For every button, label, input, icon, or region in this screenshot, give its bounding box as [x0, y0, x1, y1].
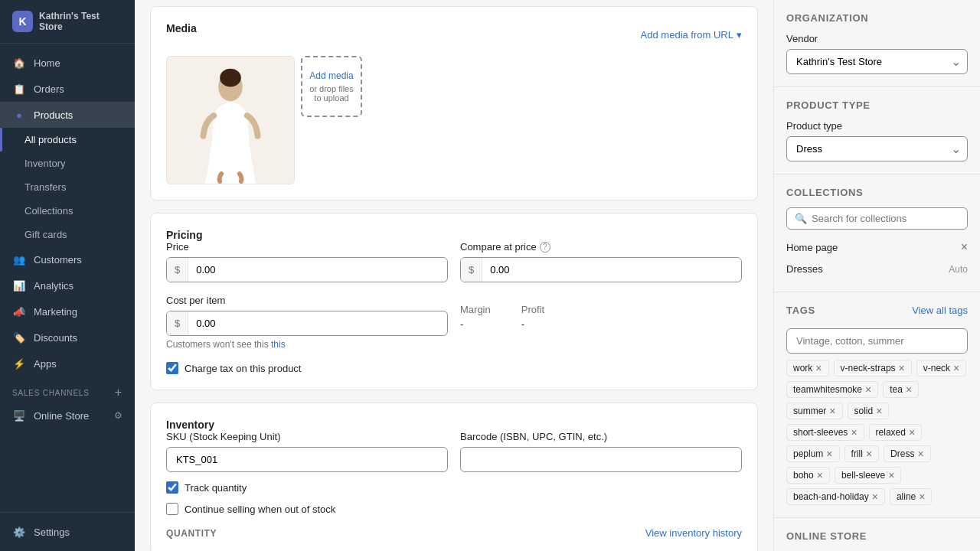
sidebar-item-collections[interactable]: Collections [0, 199, 135, 223]
sidebar-item-online-store[interactable]: 🖥️ Online Store ⚙ [0, 403, 135, 429]
sidebar-item-home-label: Home [34, 57, 60, 69]
online-store-settings-icon[interactable]: ⚙ [114, 410, 122, 421]
cost-input[interactable] [188, 311, 447, 335]
tag-work-remove[interactable]: × [815, 363, 822, 373]
continue-selling-checkbox[interactable] [166, 503, 178, 515]
track-quantity-row: Track quantity [166, 481, 742, 494]
price-input[interactable] [188, 258, 447, 282]
track-quantity-checkbox[interactable] [166, 481, 178, 494]
compare-price-label: Compare at price ? [460, 241, 742, 253]
online-store-icon: 🖥️ [12, 409, 26, 422]
cost-group: Cost per item $ Customers won't see this… [166, 295, 448, 350]
pricing-title: Pricing [166, 229, 202, 241]
profit-item: Profit - [521, 304, 544, 330]
sidebar-item-customers[interactable]: 👥 Customers [0, 246, 135, 272]
settings-label: Settings [34, 527, 70, 538]
tag-v-neck-remove[interactable]: × [953, 363, 959, 373]
sidebar-item-all-products[interactable]: All products [0, 128, 135, 152]
sku-group: SKU (Stock Keeping Unit) [166, 431, 448, 472]
organization-section: Organization Vendor Kathrin's Test Store… [774, 0, 980, 87]
tag-peplum: peplum× [786, 445, 840, 462]
tags-input[interactable] [786, 328, 968, 354]
search-icon: 🔍 [795, 213, 807, 224]
collection-dresses-name: Dresses [786, 263, 823, 275]
collections-section: COLLECTIONS 🔍 Home page × Dresses Auto [774, 174, 980, 292]
add-sales-channel-button[interactable]: + [115, 386, 122, 399]
track-quantity-label: Track quantity [185, 482, 247, 494]
collections-search-input[interactable] [812, 213, 959, 224]
sidebar-item-home[interactable]: 🏠 Home [0, 50, 135, 76]
tag-short-sleeves-remove[interactable]: × [851, 427, 857, 438]
transfers-label: Transfers [24, 181, 66, 193]
tags-section: TAGS View all tags work× v-neck-straps× … [774, 292, 980, 518]
sidebar-item-settings[interactable]: ⚙️ Settings [0, 519, 135, 545]
discounts-label: Discounts [34, 332, 77, 344]
main-content: Media Add media from URL ▾ [135, 0, 980, 551]
continue-selling-label: Continue selling when out of stock [185, 504, 335, 515]
svg-point-2 [220, 69, 241, 87]
tag-relaxed-remove[interactable]: × [909, 427, 915, 438]
tag-bell-sleeve-remove[interactable]: × [888, 470, 894, 481]
tax-checkbox[interactable] [166, 362, 178, 374]
add-media-button[interactable]: Add media or drop files to upload [301, 56, 362, 117]
price-label: Price [166, 241, 448, 253]
tag-v-neck-straps-remove[interactable]: × [899, 363, 905, 373]
tag-boho-remove[interactable]: × [817, 470, 823, 481]
tag-dress-remove[interactable]: × [917, 448, 923, 459]
store-logo[interactable]: K Kathrin's Test Store [0, 0, 135, 44]
apps-icon: ⚡ [12, 357, 26, 370]
sidebar-item-analytics[interactable]: 📊 Analytics [0, 272, 135, 298]
sidebar-item-gift-cards[interactable]: Gift cards [0, 223, 135, 246]
collections-section-title: COLLECTIONS [786, 187, 968, 198]
barcode-input[interactable] [460, 447, 742, 472]
barcode-group: Barcode (ISBN, UPC, GTIN, etc.) [460, 431, 742, 472]
add-media-from-url-label: Add media from URL [641, 29, 733, 41]
media-card: Media Add media from URL ▾ [150, 6, 758, 201]
customers-icon: 👥 [12, 253, 26, 266]
right-panel: Organization Vendor Kathrin's Test Store… [773, 0, 980, 551]
tag-beach-and-holiday-remove[interactable]: × [872, 491, 878, 502]
tag-short-sleeves: short-sleeves× [786, 424, 864, 441]
help-icon[interactable]: ? [540, 242, 550, 253]
view-all-tags-link[interactable]: View all tags [912, 305, 968, 316]
sidebar-item-transfers[interactable]: Transfers [0, 175, 135, 199]
inventory-sku-barcode-row: SKU (Stock Keeping Unit) Barcode (ISBN, … [166, 431, 742, 472]
online-store-label: Online Store [34, 410, 89, 422]
sku-input[interactable] [166, 447, 448, 472]
product-type-label: Product type [786, 120, 968, 132]
vendor-select[interactable]: Kathrin's Test Store [787, 50, 967, 73]
sidebar-item-discounts[interactable]: 🏷️ Discounts [0, 324, 135, 350]
sidebar-item-orders[interactable]: 📋 Orders [0, 76, 135, 102]
view-inventory-history-link[interactable]: View inventory history [645, 527, 742, 539]
orders-icon: 📋 [12, 82, 26, 96]
tag-teamwhitesmoke-remove[interactable]: × [865, 384, 871, 395]
products-icon: ● [12, 108, 26, 122]
home-icon: 🏠 [12, 56, 26, 70]
tag-solid-remove[interactable]: × [876, 406, 882, 416]
collection-homepage-remove[interactable]: × [961, 240, 968, 254]
sidebar-item-products[interactable]: ● Products [0, 102, 135, 128]
product-image[interactable] [166, 56, 295, 184]
compare-price-input[interactable] [482, 258, 741, 282]
tag-aline-remove[interactable]: × [919, 491, 925, 502]
profit-label: Profit [521, 304, 544, 315]
sidebar-item-products-label: Products [34, 109, 73, 121]
tag-peplum-remove[interactable]: × [826, 448, 832, 459]
product-type-select[interactable]: Dress [787, 137, 967, 161]
tag-summer-remove[interactable]: × [829, 406, 835, 416]
compare-price-group: Compare at price ? $ [460, 241, 742, 282]
content-area: Media Add media from URL ▾ [135, 0, 773, 551]
add-media-from-url-button[interactable]: Add media from URL ▾ [641, 29, 742, 41]
sidebar-item-inventory[interactable]: Inventory [0, 152, 135, 175]
tag-frill-remove[interactable]: × [866, 448, 872, 459]
this-link[interactable]: this [271, 339, 286, 350]
vendor-label: Vendor [786, 33, 968, 44]
sidebar-item-marketing[interactable]: 📣 Marketing [0, 298, 135, 324]
tag-solid: solid× [848, 403, 890, 419]
collections-search-box: 🔍 [786, 207, 968, 230]
collections-list: Home page × Dresses Auto [786, 236, 968, 279]
price-prefix: $ [167, 258, 188, 282]
sidebar-item-apps[interactable]: ⚡ Apps [0, 350, 135, 377]
tag-tea-remove[interactable]: × [906, 384, 912, 395]
analytics-icon: 📊 [12, 279, 26, 292]
